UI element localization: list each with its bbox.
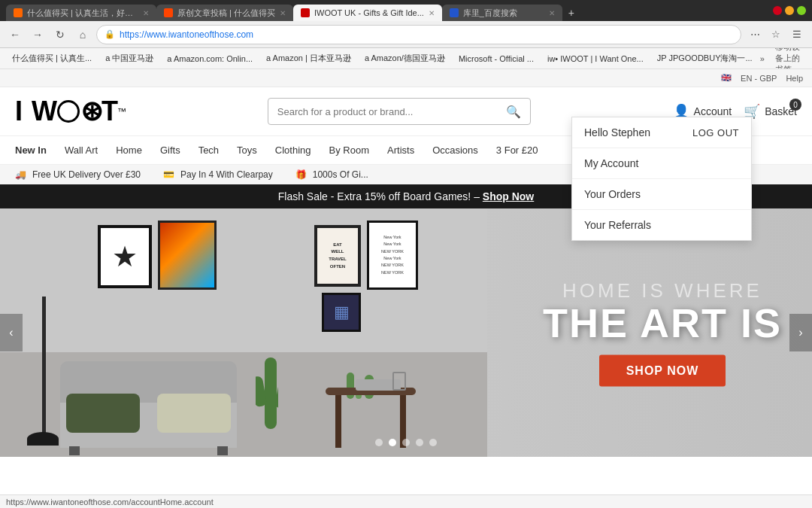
tab-1[interactable]: 什么值得买 | 认真生活，好好... ✕	[6, 5, 156, 21]
carousel-next-button[interactable]: ›	[789, 314, 812, 351]
bookmark-3[interactable]: a Amazon.com: Onlin...	[161, 53, 259, 65]
nav-item-tech[interactable]: Tech	[198, 144, 219, 156]
frame-star: ★	[98, 225, 152, 288]
nav-item-wall-art[interactable]: Wall Art	[65, 144, 98, 156]
frame-eat: EATWELLTRAVELOFTEN	[314, 225, 361, 287]
nav-item-3for20[interactable]: 3 For £20	[496, 144, 538, 156]
home-button[interactable]: ⌂	[74, 26, 92, 44]
nav-item-new-in[interactable]: New In	[15, 144, 47, 156]
lang-label: EN - GBP	[741, 74, 777, 83]
tab-4[interactable]: 库里_百度搜索 ✕	[442, 5, 562, 21]
logo-circle-1	[57, 100, 80, 123]
nav-item-toys[interactable]: Toys	[237, 144, 257, 156]
promo-delivery-text: Free UK Delivery Over £30	[32, 169, 141, 180]
logo-t: T	[102, 96, 117, 127]
logout-button[interactable]: Log Out	[692, 127, 739, 138]
logo-o: ⊛	[80, 96, 102, 127]
nav-item-home[interactable]: Home	[116, 144, 142, 156]
nav-item-clothing[interactable]: Clothing	[275, 144, 311, 156]
menu-button[interactable]: ☰	[788, 26, 806, 44]
status-url: https://www.iwantoneofthose.com/accountH…	[6, 497, 214, 506]
carousel-prev-button[interactable]: ‹	[0, 314, 23, 351]
dropdown-header: Hello Stephen Log Out	[572, 117, 751, 148]
window-maximize-button[interactable]	[797, 6, 806, 15]
lamp-pole	[42, 297, 46, 436]
tab-close-4[interactable]: ✕	[549, 9, 555, 17]
bookmark-button[interactable]: ☆	[767, 26, 785, 44]
tab-label-1: 什么值得买 | 认真生活，好好...	[27, 8, 138, 19]
tab-2[interactable]: 原创文章投稿 | 什么值得买 ✕	[156, 5, 293, 21]
truck-icon: 🚚	[15, 169, 26, 180]
card-icon: 💳	[163, 169, 174, 180]
gift-icon: 🎁	[295, 169, 307, 180]
logo-space	[25, 96, 32, 127]
tabs-container: 什么值得买 | 认真生活，好好... ✕ 原创文章投稿 | 什么值得买 ✕ IW…	[6, 0, 762, 21]
hero-section: ★ EATWELLTRAVELOFTEN New YorkNew YorkNEW…	[0, 208, 812, 457]
nav-item-artists[interactable]: Artists	[387, 144, 414, 156]
site-logo[interactable]: I W ⊛ T ™	[15, 96, 126, 127]
bookmark-1[interactable]: 什么值得买 | 认真生...	[6, 51, 98, 65]
logo-i: I	[15, 96, 25, 127]
more-bookmarks[interactable]: »	[760, 54, 765, 63]
bookmark-2[interactable]: a 中国亚马逊	[99, 51, 159, 65]
basket-count: 0	[789, 99, 801, 111]
tab-label-2: 原创文章投稿 | 什么值得买	[177, 8, 275, 19]
website: 🇬🇧 EN - GBP Help I W ⊛ T ™ 🔍 👤 Account	[0, 69, 812, 457]
forward-button[interactable]: →	[29, 26, 47, 44]
tab-close-3[interactable]: ✕	[429, 9, 435, 17]
search-input[interactable]	[277, 106, 506, 117]
cactus-svg	[256, 350, 278, 433]
carousel-dot-1[interactable]	[375, 439, 383, 446]
room-scene: ★ EATWELLTRAVELOFTEN New YorkNew YorkNEW…	[0, 208, 487, 457]
flash-sale-link[interactable]: Shop Now	[483, 190, 534, 202]
nav-item-by-room[interactable]: By Room	[329, 144, 369, 156]
tab-label-3: IWOOT UK - Gifts & Gift Ide...	[314, 8, 424, 17]
sofa-cushion-right	[157, 394, 231, 433]
back-button[interactable]: ←	[6, 26, 24, 44]
tab-3[interactable]: IWOOT UK - Gifts & Gift Ide... ✕	[293, 5, 442, 21]
sofa-cushion-left	[66, 394, 140, 433]
tab-favicon-4	[450, 8, 459, 17]
carousel-dot-3[interactable]	[402, 439, 410, 446]
your-referrals-link[interactable]: Your Referrals	[572, 210, 751, 240]
new-tab-button[interactable]: +	[562, 5, 580, 21]
carousel-dot-5[interactable]	[429, 439, 437, 446]
nav-actions: ⋯ ☆ ☰	[746, 26, 806, 44]
carousel-dot-2[interactable]	[389, 439, 396, 446]
carousel-dots	[375, 439, 437, 446]
tab-close-1[interactable]: ✕	[143, 9, 149, 17]
address-bar[interactable]: 🔒 https://www.iwantoneofthose.com	[96, 25, 741, 44]
frame-small-inner: ▦	[334, 303, 350, 322]
promo-gifts-text: 1000s Of Gi...	[313, 169, 368, 180]
window-close-button[interactable]	[773, 6, 782, 15]
search-bar[interactable]: 🔍	[268, 98, 531, 125]
hero-text: HOME IS WHERE THE ART IS SHOP NOW	[543, 279, 782, 387]
tab-favicon-3	[301, 8, 310, 17]
url-text: https://www.iwantoneofthose.com	[120, 29, 733, 40]
tab-close-2[interactable]: ✕	[280, 9, 286, 17]
bookmark-6[interactable]: Microsoft - Official ...	[453, 53, 540, 65]
promo-delivery: 🚚 Free UK Delivery Over £30	[15, 169, 141, 180]
your-orders-link[interactable]: Your Orders	[572, 179, 751, 210]
extensions-button[interactable]: ⋯	[746, 26, 764, 44]
frame-neon-inner	[160, 223, 214, 287]
sofa-leg-left	[69, 446, 80, 455]
frame-ny: New YorkNew YorkNEW YORKNew YorkNEW YORK…	[367, 221, 418, 290]
refresh-button[interactable]: ↻	[51, 26, 69, 44]
shop-now-button[interactable]: SHOP NOW	[599, 355, 726, 387]
bookmark-5[interactable]: a Amazon/德国亚马逊	[359, 51, 451, 65]
nav-item-gifts[interactable]: Gifts	[160, 144, 180, 156]
my-account-link[interactable]: My Account	[572, 148, 751, 179]
sofa	[60, 361, 237, 448]
logo-tm: ™	[117, 106, 126, 117]
bookmark-7[interactable]: iw• IWOOT | I Want One...	[541, 53, 650, 65]
sofa-leg-right	[217, 446, 228, 455]
bookmark-4[interactable]: a Amazon | 日本亚马逊	[260, 51, 357, 65]
nav-item-occasions[interactable]: Occasions	[432, 144, 478, 156]
dropdown-greeting: Hello Stephen	[584, 126, 650, 138]
help-link[interactable]: Help	[786, 74, 803, 83]
carousel-dot-4[interactable]	[416, 439, 423, 446]
frame-ny-text: New YorkNew YorkNEW YORKNew YorkNEW YORK…	[381, 234, 404, 276]
bookmark-8[interactable]: JP JPGOODBUY海淘一...	[651, 51, 759, 65]
window-minimize-button[interactable]	[785, 6, 794, 15]
